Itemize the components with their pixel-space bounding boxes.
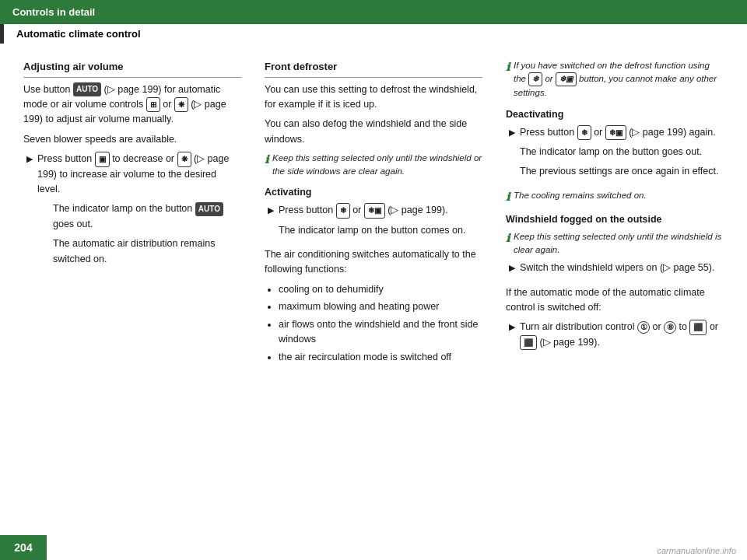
- defrost-ref-2: ❄▣: [556, 72, 577, 87]
- watermark: carmanualonline.info: [657, 546, 736, 555]
- col3-deact-prev: The previous settings are once again in …: [520, 164, 724, 179]
- col3-deact-lamp: The indicator lamp on the button goes ou…: [520, 145, 724, 159]
- arrow-icon-2: ▶: [268, 204, 274, 243]
- col1-arrow1-text: Press button ▣ to decrease or ❋ (▷ page …: [37, 152, 241, 197]
- col3-info1-text: If you have switched on the defrost func…: [514, 59, 724, 100]
- col1-arrow1-content: Press button ▣ to decrease or ❋ (▷ page …: [37, 152, 241, 271]
- col3-deactivating-text: Press button ❄ or ❄▣ (▷ page 199) again.: [520, 125, 724, 141]
- col2-title: Front defroster: [265, 59, 482, 78]
- bullet-item-1: cooling on to dehumidify: [279, 282, 482, 297]
- arrow-icon-5: ▶: [509, 320, 515, 355]
- dist-pos-1: ⬛: [689, 320, 707, 335]
- col2-activating-lamp: The indicator lamp on the button comes o…: [279, 223, 482, 238]
- header-bar: Controls in detail: [0, 0, 747, 24]
- col1-indent2: The automatic air distribution remains s…: [53, 236, 241, 267]
- increase-btn: ❋: [177, 152, 191, 167]
- col2-info1: ℹ Keep this setting selected only until …: [265, 152, 482, 177]
- decrease-btn: ▣: [95, 152, 110, 167]
- col3-deactivating-arrow: ▶ Press button ❄ or ❄▣ (▷ page 199) agai…: [509, 125, 724, 184]
- dist-ctrl-1: ①: [637, 321, 650, 334]
- dist-ctrl-2: ⑧: [664, 321, 676, 334]
- col3-info3: ℹ Keep this setting selected only until …: [506, 230, 724, 256]
- col3-info1: ℹ If you have switched on the defrost fu…: [506, 59, 724, 100]
- col3-deactivating-title: Deactivating: [506, 107, 724, 122]
- section-bar: Automatic climate control: [0, 24, 747, 44]
- defrost-btn-2: ❄▣: [364, 203, 385, 219]
- main-columns: Adjusting air volume Use button AUTO (▷ …: [0, 51, 747, 375]
- info-icon-3: ℹ: [506, 189, 510, 205]
- col2-ac-switches: The air conditioning switches automatica…: [265, 247, 482, 278]
- deact-btn-1: ❄: [577, 125, 591, 141]
- col1-p1: Use button AUTO (▷ page 199) for automat…: [23, 82, 241, 128]
- bullet-item-4: the air recirculation mode is switched o…: [279, 350, 482, 365]
- col3-info3-text: Keep this setting selected only until th…: [514, 230, 724, 256]
- deact-btn-2: ❄▣: [605, 125, 626, 141]
- bullet-item-3: air flows onto the windshield and the fr…: [279, 317, 482, 347]
- info-icon-4: ℹ: [506, 230, 510, 256]
- col3-info2-text: The cooling remains switched on.: [514, 189, 647, 205]
- col3-turn-content: Turn air distribution control ① or ⑧ to …: [520, 320, 724, 355]
- col2-activating-text: Press button ❄ or ❄▣ (▷ page 199).: [279, 203, 482, 219]
- info-icon-2: ℹ: [506, 59, 510, 100]
- airflow-button-2: ❋: [174, 97, 188, 113]
- col2-activating-content: Press button ❄ or ❄▣ (▷ page 199). The i…: [279, 203, 482, 243]
- col3-auto-mode: If the automatic mode of the automatic c…: [506, 285, 724, 316]
- dist-pos-2: ⬛: [520, 335, 537, 351]
- col3-windshield-content: Switch the windshield wipers on (▷ page …: [520, 261, 724, 280]
- section-title: Automatic climate control: [16, 28, 141, 40]
- col-front-defroster: Front defroster You can use this setting…: [265, 59, 482, 367]
- col1-arrow1: ▶ Press button ▣ to decrease or ❋ (▷ pag…: [26, 152, 241, 271]
- bullet-item-2: maximum blowing and heating power: [279, 299, 482, 314]
- col2-bullet-list: cooling on to dehumidify maximum blowing…: [279, 282, 482, 365]
- col3-windshield-title: Windshield fogged on the outside: [506, 212, 724, 227]
- arrow-icon-3: ▶: [509, 126, 515, 184]
- defrost-btn-1: ❄: [336, 203, 350, 219]
- col-air-volume: Adjusting air volume Use button AUTO (▷ …: [23, 59, 241, 367]
- col3-deactivating-content: Press button ❄ or ❄▣ (▷ page 199) again.…: [520, 125, 724, 184]
- col1-p2: Seven blower speeds are available.: [23, 132, 241, 147]
- col2-info1-text: Keep this setting selected only until th…: [272, 152, 482, 177]
- col3-windshield-arrow: ▶ Switch the windshield wipers on (▷ pag…: [509, 261, 724, 280]
- page-number: 204: [0, 535, 47, 560]
- col3-info2: ℹ The cooling remains switched on.: [506, 189, 724, 205]
- col1-indent1: The indicator lamp on the button AUTO go…: [53, 201, 241, 232]
- col-deactivating: ℹ If you have switched on the defrost fu…: [506, 59, 724, 367]
- arrow-icon-1: ▶: [26, 152, 33, 271]
- col2-p1: You can use this setting to defrost the …: [265, 82, 482, 113]
- arrow-icon-4: ▶: [509, 261, 515, 280]
- col3-windshield-text: Switch the windshield wipers on (▷ page …: [520, 261, 724, 275]
- auto-button: AUTO: [73, 82, 101, 96]
- auto-btn-inline: AUTO: [195, 202, 223, 216]
- col3-turn-text: Turn air distribution control ① or ⑧ to …: [520, 320, 724, 350]
- airflow-button-1: ⊞: [146, 97, 160, 113]
- col2-activating-title: Activating: [265, 185, 482, 200]
- header-title: Controls in detail: [12, 6, 95, 18]
- col1-title: Adjusting air volume: [23, 59, 241, 78]
- col2-activating-arrow: ▶ Press button ❄ or ❄▣ (▷ page 199). The…: [268, 203, 482, 243]
- col2-p2: You can also defog the windshield and th…: [265, 117, 482, 147]
- col3-turn-arrow: ▶ Turn air distribution control ① or ⑧ t…: [509, 320, 724, 355]
- info-icon-1: ℹ: [265, 152, 268, 177]
- defrost-ref-1: ❄: [528, 72, 542, 87]
